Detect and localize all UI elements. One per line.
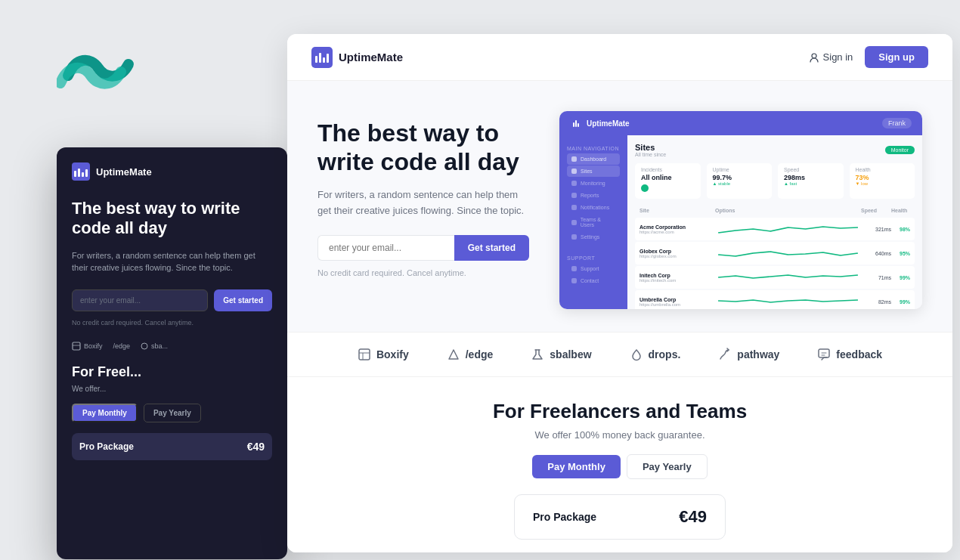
- brand-boxify-name: Boxify: [376, 348, 409, 360]
- hero-email-row: Get started: [317, 235, 529, 261]
- dash-nav-teams[interactable]: Teams & Users: [567, 214, 620, 230]
- dash-nav-sites[interactable]: Sites: [567, 166, 620, 177]
- brand-pathway-name: pathway: [737, 348, 779, 360]
- main-nav: UptimeMate Sign in Sign up: [287, 34, 952, 81]
- dash-subtitle: All time since: [635, 152, 666, 157]
- mobile-email-input[interactable]: enter your email...: [72, 289, 208, 311]
- drops-icon: [630, 348, 643, 361]
- nav-actions: Sign in Sign up: [809, 46, 928, 68]
- flask-icon: [531, 348, 544, 361]
- dash-body: MAIN NAVIGATION Dashboard Sites Monitori…: [559, 135, 922, 309]
- pay-monthly-button[interactable]: Pay Monthly: [532, 455, 621, 478]
- mobile-brands: Boxify /edge sba...: [72, 342, 272, 351]
- mobile-brand-edge: /edge: [113, 342, 131, 350]
- dash-nav-support-label: SUPPORT: [567, 255, 620, 261]
- freelancers-section: For Freelancers and Teams We offer 100% …: [287, 377, 952, 552]
- mobile-logo-icon: [72, 162, 90, 181]
- brand-pathway: pathway: [718, 348, 779, 361]
- main-card: UptimeMate Sign in Sign up The best way …: [287, 34, 952, 552]
- mobile-email-row: enter your email... Get started: [72, 289, 272, 311]
- dash-nav-support-item[interactable]: Support: [567, 263, 620, 274]
- brand-feedback-name: feedback: [836, 348, 882, 360]
- mobile-pay-monthly-button[interactable]: Pay Monthly: [72, 404, 138, 422]
- mobile-freelancers-sub: We offer...: [72, 385, 272, 393]
- dash-nav-settings[interactable]: Settings: [567, 231, 620, 243]
- brand-feedback: feedback: [817, 348, 882, 361]
- hero-section: The best way to write code all day For w…: [287, 81, 952, 332]
- mobile-freelancers: For Freel... We offer... Pay Monthly Pay…: [72, 364, 272, 460]
- nav-brand: UptimeMate: [311, 47, 403, 68]
- mobile-brand-boxify: Boxify: [72, 342, 103, 351]
- dash-stat-health: Health 73% ▼ low: [850, 163, 915, 199]
- freelancers-title: For Freelancers and Teams: [317, 400, 922, 423]
- hero-get-started-button[interactable]: Get started: [454, 235, 529, 261]
- table-row: Umbrella Corp https://umbrella.com 82ms …: [635, 290, 915, 309]
- dash-nav-reports[interactable]: Reports: [567, 190, 620, 201]
- hero-no-credit: No credit card required. Cancel anytime.: [317, 268, 529, 277]
- mobile-freelancers-title: For Freel...: [72, 364, 272, 380]
- mobile-pro-package-label: Pro Package: [79, 441, 134, 452]
- hero-left: The best way to write code all day For w…: [317, 111, 529, 277]
- pro-package-card: Pro Package €49: [514, 494, 726, 540]
- mobile-pay-yearly-button[interactable]: Pay Yearly: [144, 404, 201, 422]
- box-icon: [358, 348, 371, 361]
- dash-table-header: Site Options Speed Health: [635, 205, 915, 216]
- dash-nav-main-label: MAIN NAVIGATION: [567, 146, 620, 151]
- svg-point-1: [141, 343, 147, 349]
- pro-package-price: €49: [679, 507, 707, 527]
- mobile-brand-sba: sba...: [141, 342, 168, 350]
- edge-icon: [447, 348, 460, 361]
- dash-nav-monitoring[interactable]: Monitoring: [567, 178, 620, 189]
- dash-logo: [570, 117, 582, 129]
- pay-yearly-button[interactable]: Pay Yearly: [627, 454, 708, 479]
- nav-signup-button[interactable]: Sign up: [865, 46, 928, 68]
- dash-nav-dashboard[interactable]: Dashboard: [567, 153, 620, 165]
- dash-nav-support: SUPPORT Support Contact: [559, 252, 627, 290]
- wave-logo: [57, 42, 140, 94]
- pro-package-section: Pro Package €49: [317, 494, 922, 540]
- dash-nav-dot-reports: [571, 193, 577, 198]
- pro-package-label: Pro Package: [533, 511, 596, 523]
- dash-nav-dot-notifications: [571, 205, 577, 210]
- dash-nav-dot-teams: [571, 220, 577, 225]
- dash-monitor-button[interactable]: Monitor: [885, 146, 915, 154]
- feedback-icon: [817, 348, 831, 361]
- dash-content: Sites All time since Monitor Incidents A…: [627, 135, 922, 309]
- brand-edge: /edge: [447, 348, 494, 361]
- pathway-icon: [718, 348, 732, 361]
- dash-stat-speed: Speed 298ms ▲ fast: [778, 163, 844, 199]
- dash-stats-row: Incidents All online Uptime 99.7% ▲ stab…: [635, 163, 915, 199]
- dash-nav-dot: [571, 156, 577, 162]
- dash-user-name: Frank: [882, 118, 912, 128]
- brand-sbalbew-name: sbalbew: [550, 348, 591, 360]
- nav-brand-name: UptimeMate: [339, 51, 403, 63]
- billing-toggle: Pay Monthly Pay Yearly: [532, 454, 707, 479]
- table-row: Acme Corporation https://acme.com 321ms …: [635, 218, 915, 240]
- dash-stat-incidents: Incidents All online: [635, 163, 701, 199]
- dash-nav-contact[interactable]: Contact: [567, 275, 620, 286]
- dash-nav-dot-sites: [571, 169, 577, 174]
- mobile-email-placeholder: enter your email...: [80, 296, 141, 305]
- nav-signin[interactable]: Sign in: [809, 51, 853, 63]
- mobile-nav: UptimeMate: [72, 162, 272, 181]
- freelancers-subtitle: We offer 100% money back guarantee.: [317, 429, 922, 441]
- dash-nav-dot-support: [571, 266, 577, 271]
- mobile-hero-desc: For writers, a random sentence can help …: [72, 249, 272, 274]
- mobile-billing-toggle: Pay Monthly Pay Yearly: [72, 404, 272, 422]
- mobile-hero-title: The best way to write code all day: [72, 199, 272, 239]
- dash-content-title: Sites: [635, 143, 666, 152]
- mobile-logo-text: UptimeMate: [96, 166, 152, 178]
- brand-sbalbew: sbalbew: [531, 348, 591, 361]
- svg-point-2: [812, 54, 816, 58]
- dash-sidebar: MAIN NAVIGATION Dashboard Sites Monitori…: [559, 135, 627, 309]
- mobile-get-started-button[interactable]: Get started: [214, 289, 272, 311]
- dash-nav-notifications[interactable]: Notifications: [567, 202, 620, 213]
- svg-rect-0: [73, 342, 80, 350]
- table-row: Initech Corp https://initech.com 71ms 99…: [635, 266, 915, 289]
- mobile-pro-row: Pro Package €49: [79, 441, 265, 453]
- nav-logo-icon: [311, 47, 333, 68]
- table-row: Globex Corp https://globex.com 640ms 95%: [635, 242, 915, 265]
- brand-drops: drops.: [630, 348, 681, 361]
- brand-drops-name: drops.: [649, 348, 681, 360]
- hero-email-input[interactable]: [317, 235, 454, 261]
